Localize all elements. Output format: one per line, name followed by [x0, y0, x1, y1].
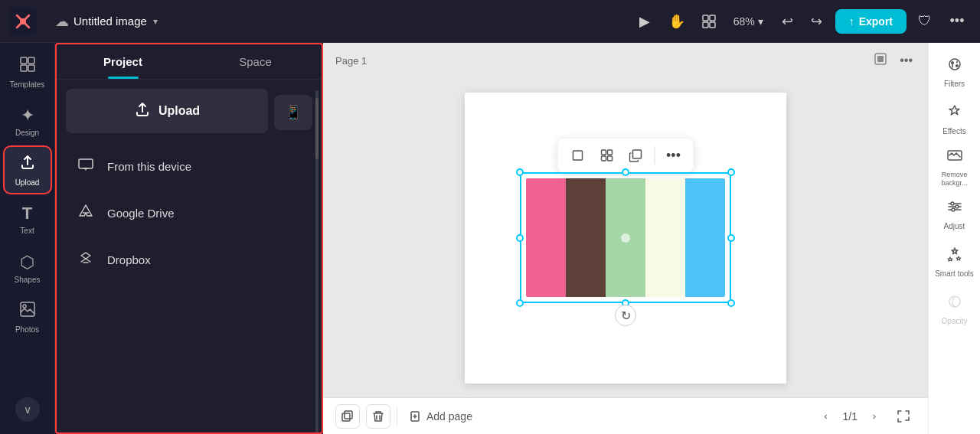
more-tool-button[interactable]: ••• — [660, 142, 688, 169]
svg-rect-10 — [28, 65, 34, 71]
color-bar-1 — [566, 178, 606, 297]
design-label: Design — [15, 129, 39, 137]
prev-page-button[interactable]: ‹ — [815, 406, 837, 427]
upload-panel-tabs: Project Space — [57, 44, 322, 80]
fullscreen-button[interactable] — [891, 404, 916, 429]
svg-rect-5 — [703, 22, 708, 28]
upload-btn-icon — [134, 101, 151, 121]
handle-mr[interactable] — [727, 234, 735, 242]
bottom-bar: Add page ‹ 1/1 › — [323, 397, 928, 434]
smart-tools-icon — [946, 246, 963, 266]
color-bar-0 — [526, 178, 566, 297]
dropbox-icon — [75, 250, 96, 270]
sidebar-item-design[interactable]: ✦ Design — [5, 98, 51, 144]
canvas-content[interactable]: ••• — [323, 78, 928, 397]
templates-label: Templates — [10, 80, 45, 89]
page-more-button[interactable]: ••• — [897, 51, 916, 70]
upload-source-gdrive[interactable]: Google Drive — [66, 191, 312, 236]
shapes-label: Shapes — [15, 276, 41, 284]
handle-tr[interactable] — [727, 168, 735, 176]
upload-btn-label: Upload — [158, 104, 200, 118]
right-tool-filters[interactable]: Filters — [933, 49, 976, 95]
add-page-button[interactable]: Add page — [403, 407, 479, 426]
svg-rect-21 — [633, 150, 642, 158]
gdrive-icon — [75, 203, 96, 224]
upload-panel-content: Upload 📱 From this device — [57, 80, 322, 432]
page-label: Page 1 — [335, 55, 367, 67]
sidebar-item-text[interactable]: T Text — [5, 196, 51, 242]
hand-tool-button[interactable]: ✋ — [663, 8, 691, 35]
undo-button[interactable]: ↩ — [774, 8, 802, 35]
right-tool-effects[interactable]: Effects — [933, 96, 976, 142]
layout-tool-button[interactable] — [695, 8, 723, 35]
main-layout: Templates ✦ Design Upload ↑ T Text ⬡ Sha… — [0, 43, 980, 434]
scrollbar-thumb — [315, 98, 318, 159]
right-tool-opacity[interactable]: Opacity — [933, 286, 976, 332]
topbar-tools: ▶ ✋ 68% ▾ ↩ ↪ ↑ Export 🛡 ••• — [631, 8, 971, 35]
zoom-control[interactable]: 68% ▾ — [727, 12, 769, 31]
adjust-label: Adjust — [944, 222, 965, 231]
sidebar-item-templates[interactable]: Templates — [5, 49, 51, 95]
filters-icon — [946, 56, 963, 77]
tab-project[interactable]: Project — [57, 44, 189, 79]
rotate-handle[interactable]: ↻ — [615, 305, 636, 326]
scrollbar[interactable] — [315, 90, 318, 432]
upload-main-button[interactable]: Upload — [66, 89, 268, 133]
upload-source-device[interactable]: From this device — [66, 144, 312, 189]
handle-br[interactable] — [727, 299, 735, 307]
gdrive-label: Google Drive — [107, 207, 175, 220]
tab-space[interactable]: Space — [189, 44, 322, 79]
redo-button[interactable]: ↪ — [803, 8, 831, 35]
handle-ml[interactable] — [516, 234, 524, 242]
page-nav: ‹ 1/1 › — [815, 406, 885, 427]
sidebar-item-shapes[interactable]: ⬡ Shapes — [5, 245, 51, 291]
mobile-upload-button[interactable]: 📱 — [274, 95, 312, 130]
select-tool-button[interactable]: ▶ — [631, 8, 658, 35]
dropbox-label: Dropbox — [107, 253, 151, 266]
right-tool-adjust[interactable]: Adjust — [933, 191, 976, 237]
selected-image[interactable]: ••• — [526, 178, 725, 297]
duplicate-page-button[interactable] — [335, 404, 360, 429]
adjust-icon — [946, 198, 963, 219]
design-icon: ✦ — [21, 106, 34, 126]
opacity-icon — [946, 293, 963, 314]
right-tool-remove-bg[interactable]: Remove backgr... — [933, 144, 976, 190]
upload-source-dropbox[interactable]: Dropbox — [66, 237, 312, 282]
handle-tl[interactable] — [516, 168, 524, 176]
svg-rect-9 — [21, 65, 27, 71]
remove-bg-label: Remove backgr... — [933, 171, 976, 188]
document-title-area[interactable]: ☁ Untitled image ▾ — [55, 13, 158, 30]
photos-label: Photos — [15, 325, 39, 334]
handle-bl[interactable] — [516, 299, 524, 307]
right-tool-smart-tools[interactable]: Smart tools — [933, 239, 976, 285]
svg-point-34 — [952, 208, 955, 211]
svg-rect-3 — [703, 15, 708, 21]
left-sidebar: Templates ✦ Design Upload ↑ T Text ⬡ Sha… — [0, 43, 55, 434]
sidebar-item-photos[interactable]: Photos — [5, 294, 51, 340]
shield-button[interactable]: 🛡 — [911, 8, 939, 35]
grid-tool-button[interactable] — [593, 142, 621, 169]
toolbar-divider — [655, 146, 655, 165]
canvas-page: ••• — [465, 93, 786, 383]
smart-tools-label: Smart tools — [935, 269, 974, 279]
next-page-button[interactable]: › — [864, 406, 885, 427]
export-button[interactable]: ↑ Export — [835, 9, 906, 34]
sidebar-expand-button[interactable]: ∨ — [15, 397, 40, 422]
svg-rect-6 — [710, 22, 715, 28]
filters-label: Filters — [944, 80, 965, 89]
export-label: Export — [859, 15, 893, 28]
remove-bg-icon — [946, 147, 963, 168]
svg-rect-13 — [79, 159, 93, 168]
sidebar-item-upload[interactable]: Upload ↑ — [5, 147, 51, 193]
more-options-button[interactable]: ••• — [943, 8, 971, 35]
delete-page-button[interactable] — [366, 404, 390, 429]
copy-tool-button[interactable] — [622, 142, 650, 169]
crop-tool-button[interactable] — [564, 142, 592, 169]
svg-rect-15 — [877, 56, 884, 62]
page-thumbnail-button[interactable] — [871, 49, 890, 72]
svg-rect-8 — [28, 57, 34, 64]
device-icon — [75, 156, 96, 177]
app-logo[interactable] — [9, 8, 37, 35]
svg-rect-4 — [710, 15, 715, 21]
handle-tc[interactable] — [622, 168, 629, 176]
